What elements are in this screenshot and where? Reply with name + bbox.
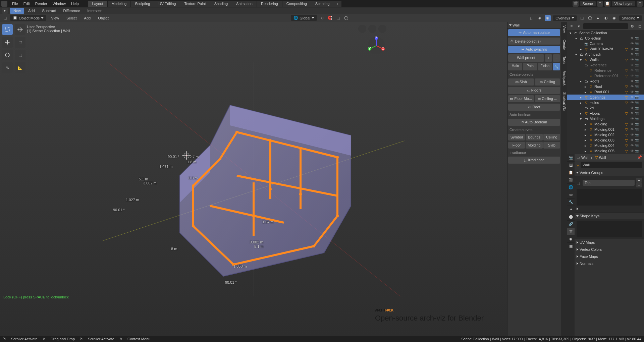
workspace-sculpting[interactable]: Sculpting xyxy=(131,1,154,7)
panel-uv-maps[interactable]: UV Maps xyxy=(575,239,644,246)
outliner-item[interactable]: ▾🗀Collection👁📷 xyxy=(567,36,644,41)
visibility-icon[interactable]: 👁 xyxy=(630,111,634,115)
render-icon[interactable]: 📷 xyxy=(635,127,639,131)
menu-help[interactable]: Help xyxy=(68,1,82,7)
snap-type-icon[interactable]: ⬚ xyxy=(335,15,341,21)
render-icon[interactable]: 📷 xyxy=(635,133,639,137)
outliner-item[interactable]: ▸▽Openings▽👁📷 xyxy=(567,95,644,100)
shading-dropdown[interactable]: Shading xyxy=(619,15,642,21)
vgroup-name[interactable]: Top xyxy=(583,180,635,186)
visibility-icon[interactable]: 👁 xyxy=(630,144,634,148)
select-box-tool-icon[interactable] xyxy=(2,24,13,35)
menu-window[interactable]: Window xyxy=(50,1,68,7)
hdr-view[interactable]: View xyxy=(48,15,62,21)
viewlayer-dropdown[interactable]: View Layer xyxy=(612,1,635,6)
visibility-icon[interactable]: 👁 xyxy=(630,68,634,72)
visibility-icon[interactable]: 👁 xyxy=(630,138,634,142)
visibility-icon[interactable]: 👁 xyxy=(630,122,634,126)
nav-gizmo[interactable]: X Y Z xyxy=(366,36,386,56)
blender-logo[interactable] xyxy=(1,1,7,7)
lock-icon[interactable] xyxy=(639,122,643,126)
lock-icon[interactable] xyxy=(639,58,643,62)
lock-icon[interactable] xyxy=(639,84,643,89)
lock-icon[interactable] xyxy=(639,144,643,148)
visibility-icon[interactable]: 👁 xyxy=(630,101,634,105)
render-icon[interactable]: 📷 xyxy=(635,47,639,51)
create-ceiling2-button[interactable]: ▭ Ceiling ... xyxy=(535,95,560,102)
outliner-item[interactable]: ▸▽Molding.005▽👁📷 xyxy=(567,148,644,154)
outliner-item[interactable]: ▾🗀Roofs👁📷 xyxy=(567,78,644,84)
workspace-add[interactable]: + xyxy=(334,1,341,7)
lock-icon[interactable] xyxy=(639,101,643,105)
visibility-icon[interactable]: 👁 xyxy=(630,95,634,99)
outliner-item[interactable]: ▽Reference▽👁📷 xyxy=(567,68,644,73)
gizmo-icon[interactable]: ⬚ xyxy=(529,15,535,21)
viewlayer-icon[interactable]: 📋 xyxy=(604,1,610,7)
render-icon[interactable]: 📷 xyxy=(635,111,639,115)
irradiance-button[interactable]: ⬚ Irradiance xyxy=(508,157,560,164)
scene-dropdown[interactable]: Scene xyxy=(580,1,596,6)
lock-icon[interactable] xyxy=(639,106,643,110)
outliner-item[interactable]: ▸▽Floors▽👁📷 xyxy=(567,111,644,116)
outliner-item[interactable]: ▸▽Molding.002▽👁📷 xyxy=(567,132,644,137)
workspace-compositing[interactable]: Compositing xyxy=(282,1,311,7)
auto-synchro-button[interactable]: ↪Auto synchro xyxy=(508,46,560,53)
ptab-mesh-icon[interactable]: ▽ xyxy=(567,228,575,235)
ptab-render-icon[interactable]: 📷 xyxy=(567,154,575,162)
outliner-item[interactable]: 🗀Reference👁📷 xyxy=(567,62,644,68)
render-icon[interactable]: 📷 xyxy=(635,144,639,148)
outliner-item[interactable]: ▾🗀Archipack👁📷 xyxy=(567,52,644,57)
lock-icon[interactable] xyxy=(639,68,643,72)
workspace-modeling[interactable]: Modeling xyxy=(108,1,131,7)
auto-boolean-button[interactable]: ↻ Auto Boolean xyxy=(508,119,560,126)
ptab-viewlayer-icon[interactable]: 📋 xyxy=(567,169,575,176)
menu-render[interactable]: Render xyxy=(33,1,50,7)
lock-icon[interactable] xyxy=(639,111,643,115)
lock-icon[interactable] xyxy=(639,138,643,142)
render-icon[interactable]: 📷 xyxy=(635,101,639,105)
outliner-new-collection-icon[interactable]: ◻ xyxy=(637,23,643,29)
visibility-icon[interactable]: 👁 xyxy=(630,106,634,110)
outliner-item[interactable]: ▸▽Roof▽👁📷 xyxy=(567,84,644,89)
bool-intersect-button[interactable]: Intersect xyxy=(84,8,105,14)
pivot-icon[interactable]: ⊙ xyxy=(319,15,325,21)
visibility-icon[interactable]: 👁 xyxy=(630,127,634,131)
lock-icon[interactable] xyxy=(639,79,643,83)
xray-icon[interactable]: ⬚ xyxy=(579,15,585,21)
ptab-texture-icon[interactable]: ▦ xyxy=(567,243,575,250)
outliner-item[interactable]: ▸▽Molding.003▽👁📷 xyxy=(567,137,644,143)
outliner-item[interactable]: 🗀2d👁📷 xyxy=(567,105,644,111)
panel-vertex-groups[interactable]: Vertex Groups xyxy=(575,169,644,176)
render-icon[interactable]: 📷 xyxy=(635,42,639,46)
transform-tool-icon[interactable]: ⬚ xyxy=(15,37,25,48)
workspace-shading[interactable]: Shading xyxy=(210,1,232,7)
workspace-uv[interactable]: UV Editing xyxy=(154,1,180,7)
curve-slab-button[interactable]: Slab xyxy=(543,142,560,149)
tab-main[interactable]: Main xyxy=(508,63,522,70)
viewlayer-new-icon[interactable]: ◻ xyxy=(637,1,643,7)
render-icon[interactable]: 📷 xyxy=(635,68,639,72)
preset-add-icon[interactable]: + xyxy=(545,54,552,62)
visibility-icon[interactable]: 👁 xyxy=(630,42,634,46)
outliner-item[interactable]: ▸▽Molding▽👁📷 xyxy=(567,121,644,127)
mesh-name-field[interactable] xyxy=(581,162,642,168)
workspace-layout[interactable]: Layout xyxy=(88,1,107,7)
hdr-object[interactable]: Object xyxy=(95,15,111,21)
scene-new-icon[interactable]: ◻ xyxy=(597,1,603,7)
vtab-view[interactable]: View xyxy=(561,22,567,36)
curve-symbol-button[interactable]: Symbol xyxy=(508,134,525,140)
render-icon[interactable]: 📷 xyxy=(635,52,639,56)
lock-icon[interactable] xyxy=(639,52,643,56)
panel-normals[interactable]: Normals xyxy=(575,260,644,267)
shade-matcap-icon[interactable]: ◐ xyxy=(603,15,609,21)
visibility-icon[interactable]: 👁 xyxy=(630,84,634,89)
lock-icon[interactable] xyxy=(639,47,643,51)
gizmo-icon2[interactable]: ◈ xyxy=(537,15,543,21)
visibility-icon[interactable]: 👁 xyxy=(630,52,634,56)
workspace-scripting[interactable]: Scripting xyxy=(311,1,334,7)
ptab-object-icon[interactable]: ▭ xyxy=(567,191,575,198)
outliner[interactable]: ▾🗀Scene Collection ▾🗀Collection👁📷📷Camera… xyxy=(567,30,644,154)
create-roof-button[interactable]: ▭ Roof xyxy=(508,104,560,111)
overlays-dropdown[interactable]: Overlays xyxy=(553,15,577,21)
outliner-search[interactable] xyxy=(583,23,628,29)
